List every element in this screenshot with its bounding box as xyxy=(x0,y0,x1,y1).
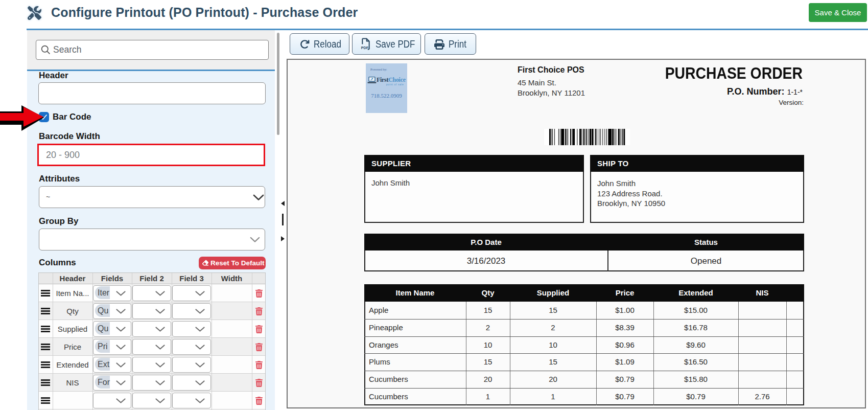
svg-text:PDF: PDF xyxy=(361,46,369,50)
